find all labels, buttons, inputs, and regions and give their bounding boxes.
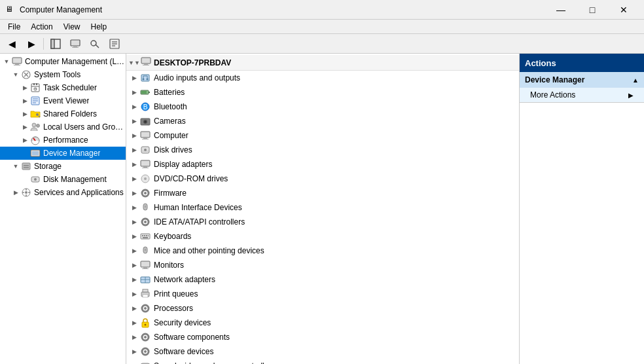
device-icon [139, 159, 151, 170]
expand-arrow-perf [20, 135, 30, 145]
device-expand-arrow [129, 159, 139, 170]
menu-bar: File Action View Help [0, 20, 644, 34]
device-icon [139, 303, 151, 314]
menu-file[interactable]: File [3, 21, 26, 33]
svg-rect-49 [143, 65, 149, 65]
device-item[interactable]: Audio inputs and outputs [126, 71, 519, 85]
middle-header: ▼ DESKTOP-7PRBDAV [126, 55, 519, 71]
device-icon [139, 260, 151, 270]
tree-item-system-tools[interactable]: System Tools [0, 68, 126, 81]
device-item[interactable]: DVD/CD-ROM drives [126, 172, 519, 186]
device-item[interactable]: Mice and other pointing devices [126, 244, 519, 258]
menu-action[interactable]: Action [26, 21, 58, 33]
svg-rect-2 [71, 40, 80, 46]
menu-view[interactable]: View [58, 21, 86, 33]
device-expand-arrow [129, 318, 139, 328]
svg-point-71 [144, 177, 147, 180]
tree-label-system: System Tools [34, 70, 80, 79]
svg-text:B: B [143, 103, 148, 111]
svg-line-6 [96, 45, 99, 48]
device-item[interactable]: Monitors [126, 258, 519, 272]
tree-label-task: Task Scheduler [43, 83, 97, 92]
svg-point-28 [36, 113, 39, 116]
device-icon [139, 130, 151, 141]
device-item[interactable]: Processors [126, 301, 519, 316]
device-label: Network adapters [154, 275, 215, 284]
device-item[interactable]: Display adapters [126, 157, 519, 172]
toolbar-key[interactable] [86, 36, 104, 52]
title-bar: 🖥 Computer Management — □ ✕ [0, 0, 644, 20]
minimize-button[interactable]: — [546, 0, 576, 20]
device-expand-arrow [129, 145, 139, 155]
device-item[interactable]: Software components [126, 330, 519, 344]
svg-rect-81 [146, 235, 147, 236]
close-button[interactable]: ✕ [609, 0, 639, 20]
device-item[interactable]: Disk drives [126, 143, 519, 157]
device-item[interactable]: Software devices [126, 344, 519, 359]
device-icon [139, 188, 151, 198]
tree-item-disk-management[interactable]: Disk Management [0, 173, 126, 186]
svg-point-60 [145, 121, 147, 123]
device-item[interactable]: Sound, video and game controllers [126, 359, 519, 364]
svg-rect-69 [142, 168, 149, 168]
tree-item-device-manager[interactable]: Device Manager [0, 147, 126, 160]
actions-item-more[interactable]: More Actions ▶ [520, 88, 644, 102]
middle-header-label: DESKTOP-7PRBDAV [154, 58, 231, 67]
device-label: Display adapters [154, 160, 212, 169]
device-list: Audio inputs and outputsBatteriesBBlueto… [126, 71, 519, 364]
toolbar-show-hide[interactable] [46, 36, 65, 52]
tree-item-shared-folders[interactable]: Shared Folders [0, 107, 126, 120]
tree-label-cm: Computer Management (Local [25, 57, 126, 66]
device-label: Bluetooth [154, 102, 187, 111]
window-controls: — □ ✕ [546, 0, 639, 20]
toolbar-computer[interactable] [66, 36, 84, 52]
menu-help[interactable]: Help [86, 21, 113, 33]
device-expand-arrow [129, 202, 139, 213]
tree-label-users: Local Users and Groups [43, 122, 126, 132]
device-item[interactable]: BBluetooth [126, 100, 519, 114]
device-item[interactable]: Computer [126, 128, 519, 143]
middle-header-expand: ▼ [129, 58, 139, 68]
device-expand-arrow [129, 332, 139, 342]
device-item[interactable]: Firmware [126, 186, 519, 200]
svg-rect-88 [142, 268, 149, 269]
device-label: IDE ATA/ATAPI controllers [154, 217, 245, 227]
device-item[interactable]: Keyboards [126, 229, 519, 244]
device-item[interactable]: Batteries [126, 85, 519, 100]
tree-item-storage[interactable]: Storage [0, 160, 126, 173]
device-item[interactable]: Human Interface Devices [126, 200, 519, 215]
tree-label-dm: Device Manager [43, 149, 100, 158]
device-item[interactable]: Print queues [126, 287, 519, 301]
services-icon [21, 187, 31, 198]
svg-rect-38 [24, 167, 29, 168]
tree-item-cm-local[interactable]: Computer Management (Local [0, 55, 126, 68]
toolbar-back[interactable]: ◀ [3, 36, 21, 52]
toolbar-properties[interactable] [105, 36, 124, 52]
device-icon [139, 318, 151, 328]
tree-item-services[interactable]: Services and Applications [0, 186, 126, 199]
maximize-button[interactable]: □ [577, 0, 607, 20]
svg-rect-54 [149, 92, 150, 93]
device-expand-arrow [129, 231, 139, 242]
actions-section-title[interactable]: Device Manager ▲ [520, 72, 644, 88]
svg-rect-62 [143, 137, 147, 139]
tree-item-performance[interactable]: Performance [0, 134, 126, 147]
tree-item-event-viewer[interactable]: Event Viewer [0, 94, 126, 107]
device-item[interactable]: Network adapters [126, 272, 519, 287]
device-item[interactable]: Security devices [126, 316, 519, 330]
svg-point-42 [25, 191, 27, 194]
device-label: Keyboards [154, 232, 191, 241]
tree-item-local-users[interactable]: Local Users and Groups [0, 120, 126, 134]
toolbar-forward[interactable]: ▶ [22, 36, 41, 52]
device-item[interactable]: Cameras [126, 114, 519, 128]
device-icon [139, 231, 151, 242]
actions-item-label: More Actions [530, 90, 575, 100]
device-label: DVD/CD-ROM drives [154, 174, 228, 183]
tree-item-task-scheduler[interactable]: Task Scheduler [0, 81, 126, 94]
storage-icon [21, 161, 31, 172]
tree-label-storage: Storage [34, 162, 62, 171]
device-item[interactable]: IDE ATA/ATAPI controllers [126, 215, 519, 229]
device-label: Print queues [154, 289, 198, 299]
svg-rect-86 [141, 261, 150, 267]
svg-rect-13 [14, 65, 20, 65]
